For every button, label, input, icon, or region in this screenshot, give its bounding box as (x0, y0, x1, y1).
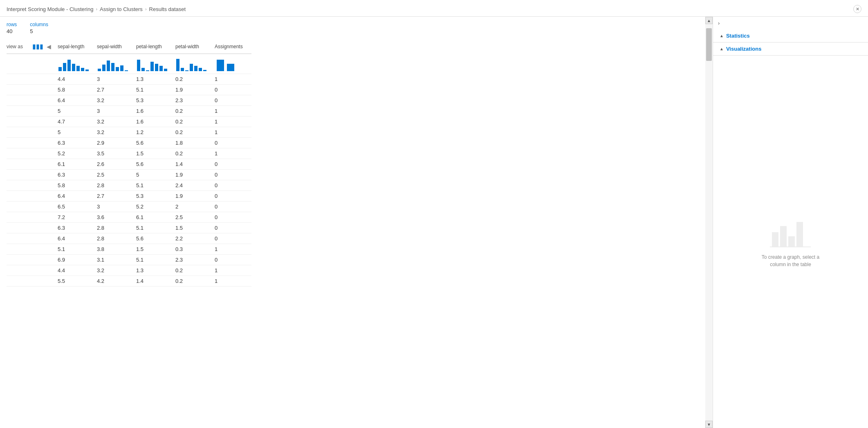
panel-toggle-icon: › (718, 20, 720, 26)
top-bar: Interpret Scoring Module - Clustering › … (0, 0, 868, 17)
sepal-length-cell-8: 6.1 (58, 159, 97, 170)
svg-rect-23 (185, 70, 188, 71)
petal-width-cell-0: 0.2 (175, 74, 215, 85)
breadcrumb-part-1[interactable]: Interpret Scoring Module - Clustering (7, 6, 93, 12)
breadcrumb-sep-1: › (96, 7, 97, 11)
petal-length-cell-14: 5.1 (136, 223, 175, 233)
svg-rect-13 (125, 70, 128, 71)
table-row: 5.54.21.40.21 (7, 276, 251, 287)
svg-rect-21 (176, 59, 179, 71)
row-empty-12 (7, 202, 58, 212)
svg-rect-30 (772, 232, 778, 246)
th-petal-width[interactable]: petal-width (175, 39, 215, 54)
row-empty-14 (7, 223, 58, 233)
list-view-icon[interactable]: ◀ (47, 43, 51, 50)
sepal-length-cell-13: 7.2 (58, 212, 97, 223)
hist-sepal-length[interactable] (58, 54, 97, 74)
svg-rect-18 (155, 64, 158, 71)
sepal-width-cell-9: 2.5 (97, 170, 136, 180)
sepal-width-cell-16: 3.8 (97, 244, 136, 255)
th-sepal-width[interactable]: sepal-width (97, 39, 136, 54)
scroll-track[interactable] (705, 24, 713, 421)
table-row: 5.23.51.50.21 (7, 148, 251, 159)
sepal-width-cell-2: 3.2 (97, 95, 136, 106)
assignments-cell-17: 0 (215, 255, 251, 265)
svg-rect-16 (146, 70, 149, 71)
scroll-up-button[interactable]: ▲ (705, 17, 713, 24)
petal-length-cell-16: 1.5 (136, 244, 175, 255)
petal-length-cell-8: 5.6 (136, 159, 175, 170)
petal-length-cell-9: 5 (136, 170, 175, 180)
petal-length-cell-4: 1.6 (136, 117, 175, 127)
sepal-width-cell-4: 3.2 (97, 117, 136, 127)
svg-rect-31 (780, 226, 787, 246)
right-panel: › ▲ Statistics ▲ Visualizations (713, 17, 868, 428)
petal-width-cell-11: 1.9 (175, 191, 215, 202)
assignments-cell-5: 1 (215, 127, 251, 138)
assignments-cell-8: 0 (215, 159, 251, 170)
assignments-cell-19: 1 (215, 276, 251, 287)
th-assignments[interactable]: Assignments (215, 39, 251, 54)
breadcrumb-part-3: Results dataset (149, 6, 186, 12)
petal-length-cell-0: 1.3 (136, 74, 175, 85)
svg-rect-8 (102, 65, 105, 71)
sepal-length-cell-7: 5.2 (58, 148, 97, 159)
petal-width-cell-5: 0.2 (175, 127, 215, 138)
sepal-length-cell-9: 6.3 (58, 170, 97, 180)
petal-width-cell-14: 1.5 (175, 223, 215, 233)
svg-rect-0 (58, 67, 62, 71)
visualizations-header[interactable]: ▲ Visualizations (713, 43, 868, 55)
viz-hint: To create a graph, select acolumn in the… (762, 253, 819, 268)
assignments-cell-12: 0 (215, 202, 251, 212)
row-empty-19 (7, 276, 58, 287)
hist-petal-width[interactable] (175, 54, 215, 74)
sepal-width-cell-6: 2.9 (97, 138, 136, 148)
table-row: 6.43.25.32.30 (7, 95, 251, 106)
sepal-length-cell-19: 5.5 (58, 276, 97, 287)
petal-length-cell-2: 5.3 (136, 95, 175, 106)
breadcrumb-part-2[interactable]: Assign to Clusters (100, 6, 143, 12)
histogram-view-icon[interactable]: ▮▮▮ (32, 43, 43, 50)
assignments-cell-15: 0 (215, 233, 251, 244)
th-empty: view as ▮▮▮ ◀ (7, 39, 58, 54)
svg-rect-2 (67, 60, 71, 71)
svg-rect-26 (199, 68, 202, 71)
petal-width-cell-18: 0.2 (175, 265, 215, 276)
assignments-cell-10: 0 (215, 180, 251, 191)
viz-chart-icon (770, 216, 811, 249)
svg-rect-20 (164, 69, 167, 71)
th-petal-length[interactable]: petal-length (136, 39, 175, 54)
petal-length-cell-15: 5.6 (136, 233, 175, 244)
th-sepal-length[interactable]: sepal-length (58, 39, 97, 54)
svg-rect-25 (194, 66, 197, 71)
table-row: 6.535.220 (7, 202, 251, 212)
svg-rect-15 (141, 68, 145, 71)
columns-value: 5 (30, 28, 48, 34)
svg-rect-9 (107, 61, 110, 71)
sepal-width-cell-5: 3.2 (97, 127, 136, 138)
hist-assignments[interactable] (215, 54, 251, 74)
row-empty-8 (7, 159, 58, 170)
close-button[interactable]: ✕ (853, 5, 861, 13)
scroll-down-button[interactable]: ▼ (705, 421, 713, 428)
svg-rect-29 (227, 64, 234, 71)
viz-placeholder: To create a graph, select acolumn in the… (762, 216, 819, 268)
hist-petal-length[interactable] (136, 54, 175, 74)
petal-width-cell-3: 0.2 (175, 106, 215, 117)
sepal-length-cell-11: 6.4 (58, 191, 97, 202)
hist-sepal-width[interactable] (97, 54, 136, 74)
visualizations-chevron: ▲ (720, 47, 724, 51)
petal-length-cell-11: 5.3 (136, 191, 175, 202)
statistics-header[interactable]: ▲ Statistics (713, 29, 868, 42)
petal-width-cell-15: 2.2 (175, 233, 215, 244)
assignments-cell-4: 1 (215, 117, 251, 127)
sepal-width-cell-3: 3 (97, 106, 136, 117)
table-row: 6.32.95.61.80 (7, 138, 251, 148)
petal-width-cell-17: 2.3 (175, 255, 215, 265)
petal-width-cell-16: 0.3 (175, 244, 215, 255)
scroll-thumb[interactable] (706, 28, 712, 61)
sepal-length-cell-6: 6.3 (58, 138, 97, 148)
panel-toggle[interactable]: › (713, 17, 868, 29)
petal-width-cell-13: 2.5 (175, 212, 215, 223)
data-table: view as ▮▮▮ ◀ sepal-length sepal-width p… (7, 39, 251, 287)
